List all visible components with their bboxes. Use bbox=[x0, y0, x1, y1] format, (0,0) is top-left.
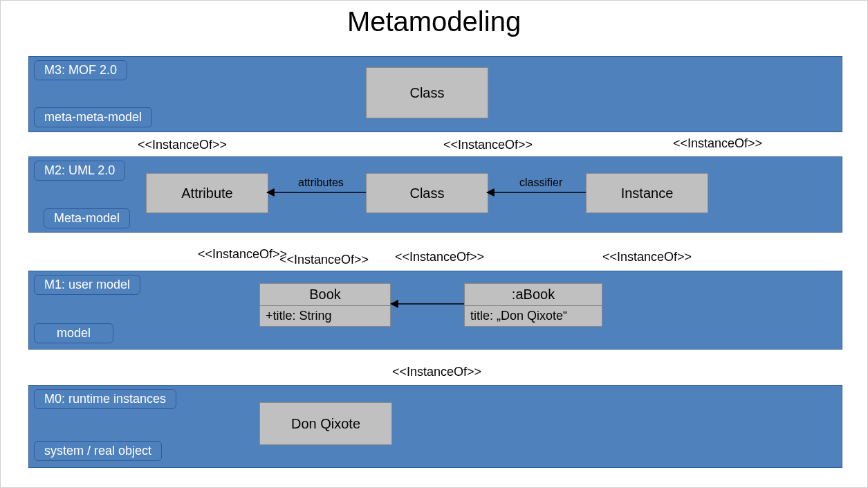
node-m2-attribute: Attribute bbox=[146, 173, 268, 213]
stereotype-m3-right: <<InstanceOf>> bbox=[673, 136, 762, 151]
stereotype-m3-left: <<InstanceOf>> bbox=[138, 138, 227, 152]
tag-m0-role: system / real object bbox=[34, 441, 162, 461]
stereotype-m2-a: <<InstanceOf>> bbox=[198, 247, 287, 262]
diagram-title: Metamodeling bbox=[1, 6, 867, 37]
tag-m2-role: Meta-model bbox=[44, 208, 130, 228]
tag-m3-role: meta-meta-model bbox=[34, 107, 152, 127]
tag-m3-level: M3: MOF 2.0 bbox=[34, 60, 127, 80]
node-m1-abook: :aBook title: „Don Qixote“ bbox=[464, 283, 602, 327]
node-m2-instance: Instance bbox=[586, 173, 708, 213]
stereotype-m3-center: <<InstanceOf>> bbox=[443, 138, 533, 152]
node-m2-class: Class bbox=[366, 173, 488, 213]
tag-m0-level: M0: runtime instances bbox=[34, 389, 176, 409]
stereotype-m2-c: <<InstanceOf>> bbox=[395, 250, 484, 264]
node-m0-object: Don Qixote bbox=[259, 402, 392, 445]
stereotype-m2-b: <<InstanceOf>> bbox=[279, 253, 369, 267]
layer-m1 bbox=[28, 271, 842, 350]
tag-m2-level: M2: UML 2.0 bbox=[34, 161, 125, 181]
edge-label-attributes: attributes bbox=[298, 177, 344, 189]
stereotype-m1: <<InstanceOf>> bbox=[392, 365, 481, 379]
edge-label-classifier: classifier bbox=[519, 177, 562, 189]
node-m1-book-attr: +title: String bbox=[260, 306, 390, 326]
node-m3-class: Class bbox=[366, 67, 488, 118]
tag-m1-role: model bbox=[34, 323, 113, 343]
diagram-canvas: Metamodeling M3: MOF 2.0 meta-meta-model… bbox=[0, 0, 868, 488]
node-m1-book: Book +title: String bbox=[259, 283, 391, 327]
node-m1-book-name: Book bbox=[260, 284, 390, 306]
tag-m1-level: M1: user model bbox=[34, 275, 140, 295]
stereotype-m2-d: <<InstanceOf>> bbox=[602, 250, 692, 264]
node-m1-abook-name: :aBook bbox=[465, 284, 602, 306]
node-m1-abook-slot: title: „Don Qixote“ bbox=[465, 306, 602, 326]
